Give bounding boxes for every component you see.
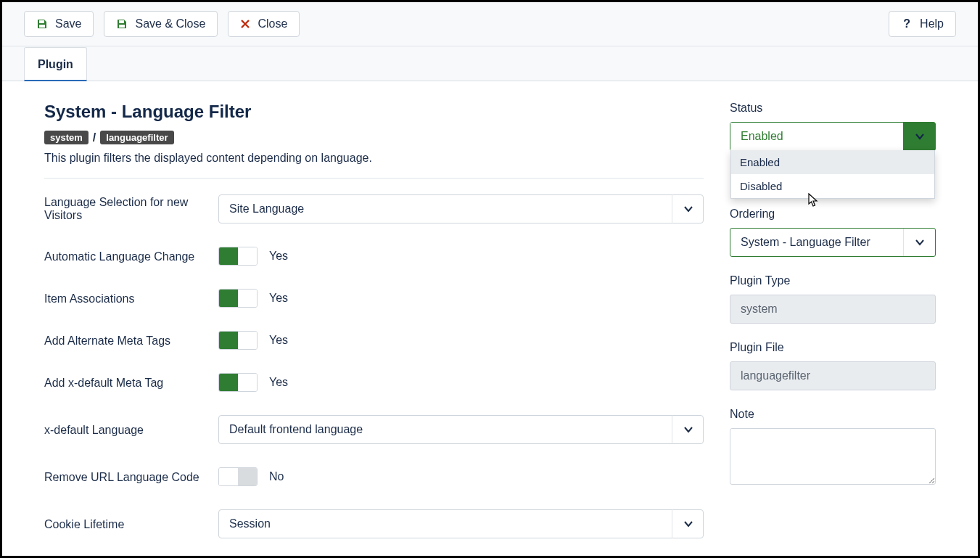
label-cookie-lifetime: Cookie Lifetime — [44, 517, 218, 531]
breadcrumb: system / languagefilter — [44, 131, 704, 144]
label-auto-lang-change: Automatic Language Change — [44, 249, 218, 263]
label-ordering: Ordering — [730, 208, 936, 221]
save-icon — [36, 18, 48, 30]
row-lang-selection: Language Selection for new Visitors Site… — [44, 194, 704, 223]
select-status-value: Enabled — [730, 123, 903, 150]
help-icon: ? — [901, 18, 913, 30]
toggle-auto-lang-change-text: Yes — [269, 250, 288, 263]
tabs-row: Plugin — [2, 46, 978, 81]
label-remove-url: Remove URL Language Code — [44, 469, 218, 484]
status-option-disabled[interactable]: Disabled — [731, 174, 934, 198]
toggle-item-assoc[interactable] — [218, 289, 258, 308]
divider — [44, 178, 704, 179]
label-xdefault-lang: x-default Language — [44, 422, 218, 437]
save-close-button[interactable]: Save & Close — [104, 11, 218, 37]
row-remove-url: Remove URL Language Code No — [44, 467, 704, 486]
main-column: System - Language Filter system / langua… — [44, 102, 704, 558]
label-alt-meta: Add Alternate Meta Tags — [44, 333, 218, 348]
group-ordering: Ordering System - Language Filter — [730, 208, 936, 257]
help-button-label: Help — [920, 17, 944, 30]
select-ordering-value: System - Language Filter — [730, 229, 903, 256]
select-cookie-lifetime-value: Session — [218, 509, 704, 538]
label-status: Status — [730, 102, 936, 115]
status-dropdown: Enabled Disabled — [730, 150, 935, 199]
select-ordering[interactable]: System - Language Filter — [730, 228, 936, 257]
select-xdefault-lang-value: Default frontend language — [218, 415, 704, 444]
label-plugin-type: Plugin Type — [730, 274, 936, 287]
toggle-remove-url-text: No — [269, 470, 284, 483]
content: System - Language Filter system / langua… — [2, 81, 978, 558]
toggle-item-assoc-text: Yes — [269, 292, 288, 305]
label-note: Note — [730, 408, 936, 421]
toggle-alt-meta-text: Yes — [269, 334, 288, 347]
select-lang-selection-value: Site Language — [218, 194, 704, 223]
breadcrumb-sep: / — [93, 131, 96, 144]
chevron-down-icon — [903, 123, 935, 150]
group-plugin-type: Plugin Type system — [730, 274, 936, 324]
tab-plugin[interactable]: Plugin — [24, 47, 87, 81]
toggle-xdefault-meta-text: Yes — [269, 376, 288, 389]
badge-system: system — [44, 131, 88, 144]
save-button[interactable]: Save — [24, 11, 94, 37]
status-option-enabled[interactable]: Enabled — [731, 150, 934, 174]
label-plugin-file: Plugin File — [730, 341, 936, 354]
group-status: Status Enabled Enabled Disabled — [730, 102, 936, 151]
label-xdefault-meta: Add x-default Meta Tag — [44, 375, 218, 390]
close-icon — [240, 19, 250, 29]
chevron-down-icon — [903, 229, 935, 256]
page-title: System - Language Filter — [44, 102, 704, 122]
select-status[interactable]: Enabled Enabled Disabled — [730, 122, 936, 151]
row-item-assoc: Item Associations Yes — [44, 289, 704, 308]
row-xdefault-lang: x-default Language Default frontend lang… — [44, 415, 704, 444]
textarea-note[interactable] — [730, 428, 936, 485]
toolbar-left: Save Save & Close Close — [24, 11, 300, 37]
close-button-label: Close — [258, 17, 287, 30]
label-item-assoc: Item Associations — [44, 291, 218, 305]
toggle-remove-url[interactable] — [218, 467, 258, 486]
select-xdefault-lang[interactable]: Default frontend language — [218, 415, 704, 444]
label-lang-selection: Language Selection for new Visitors — [44, 194, 218, 222]
toolbar-right: ? Help — [889, 11, 956, 37]
close-button[interactable]: Close — [228, 11, 300, 37]
group-plugin-file: Plugin File languagefilter — [730, 341, 936, 390]
toggle-xdefault-meta[interactable] — [218, 373, 258, 392]
sidebar: Status Enabled Enabled Disabled Ordering… — [730, 102, 936, 558]
row-auto-lang-change: Automatic Language Change Yes — [44, 247, 704, 266]
save-close-button-label: Save & Close — [135, 17, 205, 30]
row-xdefault-meta: Add x-default Meta Tag Yes — [44, 373, 704, 392]
toggle-auto-lang-change[interactable] — [218, 247, 258, 266]
help-button[interactable]: ? Help — [889, 11, 956, 37]
save-icon — [116, 18, 128, 30]
toolbar: Save Save & Close Close ? Help — [2, 2, 978, 46]
badge-file: languagefilter — [100, 131, 173, 144]
plugin-description: This plugin filters the displayed conten… — [44, 152, 704, 165]
toggle-alt-meta[interactable] — [218, 331, 258, 350]
select-lang-selection[interactable]: Site Language — [218, 194, 704, 223]
select-cookie-lifetime[interactable]: Session — [218, 509, 704, 538]
save-button-label: Save — [55, 17, 81, 30]
row-alt-meta: Add Alternate Meta Tags Yes — [44, 331, 704, 350]
group-note: Note — [730, 408, 936, 488]
input-plugin-file: languagefilter — [730, 361, 936, 390]
input-plugin-type: system — [730, 295, 936, 324]
row-cookie-lifetime: Cookie Lifetime Session — [44, 509, 704, 538]
